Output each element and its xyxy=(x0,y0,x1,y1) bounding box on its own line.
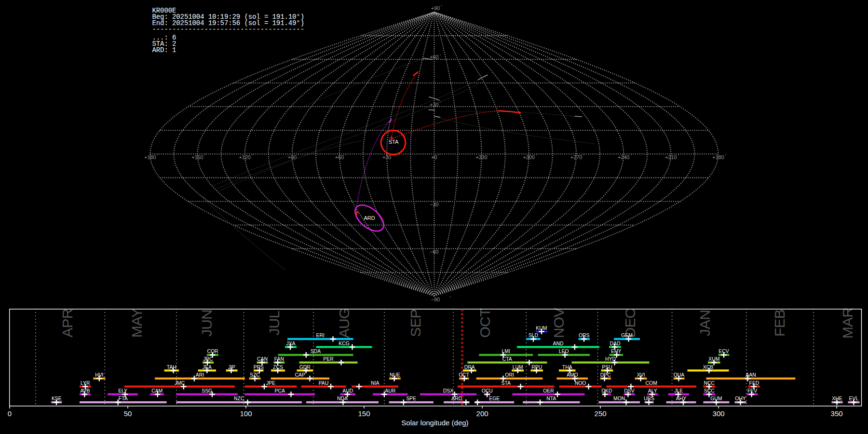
svg-text:LYR: LYR xyxy=(81,380,90,386)
svg-text:HVI: HVI xyxy=(95,372,103,378)
svg-text:+30: +30 xyxy=(382,154,391,160)
svg-text:ORS: ORS xyxy=(579,333,590,338)
svg-text:ZCS: ZCS xyxy=(273,365,283,370)
svg-text:OHY: OHY xyxy=(735,396,746,401)
svg-text:OER: OER xyxy=(543,388,554,393)
svg-text:+60: +60 xyxy=(335,154,344,160)
svg-text:XCB: XCB xyxy=(703,365,713,370)
svg-text:XHE: XHE xyxy=(832,396,842,401)
svg-text:°: ° xyxy=(678,153,679,158)
svg-text:KUM: KUM xyxy=(536,326,547,331)
svg-text:APR: APR xyxy=(59,309,75,337)
svg-text:KSE: KSE xyxy=(52,396,62,401)
svg-text:OCT: OCT xyxy=(459,372,470,378)
svg-text:DAD: DAD xyxy=(610,341,621,346)
svg-text:COR: COR xyxy=(207,349,218,354)
svg-text:AUG: AUG xyxy=(336,308,352,339)
svg-text:AMO: AMO xyxy=(567,372,578,378)
svg-text:EHY: EHY xyxy=(611,349,621,354)
svg-text:OCT: OCT xyxy=(477,308,493,338)
svg-text:STA: STA xyxy=(389,139,399,145)
svg-text:100: 100 xyxy=(240,409,252,418)
svg-text:PPS: PPS xyxy=(254,365,264,370)
svg-text:THA: THA xyxy=(562,365,572,370)
svg-text:JPE: JPE xyxy=(266,380,275,386)
svg-text:SCC: SCC xyxy=(704,388,715,393)
svg-text:°: ° xyxy=(583,153,584,158)
svg-text:XUM: XUM xyxy=(708,356,719,362)
svg-text:MAY: MAY xyxy=(129,308,145,338)
svg-text:°: ° xyxy=(298,153,299,158)
svg-text:JUL: JUL xyxy=(266,311,282,335)
svg-text:ARI: ARI xyxy=(196,372,204,378)
svg-text:SLD: SLD xyxy=(529,333,538,338)
svg-text:°: ° xyxy=(448,248,450,252)
svg-text:150: 150 xyxy=(358,409,370,418)
svg-text:FEV: FEV xyxy=(747,388,757,393)
svg-text:NIA: NIA xyxy=(371,380,379,386)
svg-text:FED: FED xyxy=(749,380,760,386)
svg-text:200: 200 xyxy=(476,409,488,418)
svg-text:°: ° xyxy=(440,54,441,58)
svg-text:PCA: PCA xyxy=(275,388,285,393)
svg-text:−30: −30 xyxy=(430,202,438,207)
svg-text:PSU: PSU xyxy=(602,365,612,370)
svg-text:°: ° xyxy=(157,153,159,158)
svg-text:GEM: GEM xyxy=(621,333,633,338)
svg-text:GDR: GDR xyxy=(299,365,311,370)
svg-text:ALY: ALY xyxy=(648,388,657,393)
svg-text:DPC: DPC xyxy=(600,372,611,378)
svg-text:+210: +210 xyxy=(665,154,677,160)
svg-text:JUN: JUN xyxy=(199,310,215,337)
svg-text:QUA: QUA xyxy=(674,372,685,378)
svg-text:JMC: JMC xyxy=(175,380,185,386)
svg-text:NZC: NZC xyxy=(234,396,244,401)
svg-text:°: ° xyxy=(488,153,490,158)
svg-text:DKD: DKD xyxy=(601,388,612,393)
svg-text:CAM: CAM xyxy=(151,388,163,393)
svg-text:SZC: SZC xyxy=(250,372,260,378)
svg-text:°: ° xyxy=(441,4,442,9)
svg-text:NOO: NOO xyxy=(575,380,586,386)
svg-text:ARD: 1: ARD: 1 xyxy=(152,46,176,54)
svg-text:MON: MON xyxy=(613,396,625,401)
svg-text:+270: +270 xyxy=(570,154,582,160)
svg-text:−60: −60 xyxy=(430,249,438,255)
svg-text:−90: −90 xyxy=(431,297,440,302)
svg-text:NUE: NUE xyxy=(390,372,400,378)
svg-text:ECV: ECV xyxy=(719,349,729,354)
svg-text:AUD: AUD xyxy=(342,388,353,393)
svg-text:DSX: DSX xyxy=(443,388,453,393)
svg-text:°: ° xyxy=(252,153,253,158)
svg-text:TAH: TAH xyxy=(167,365,176,370)
svg-text:350: 350 xyxy=(831,409,843,418)
svg-text:ARD: ARD xyxy=(451,396,462,401)
svg-text:CAP: CAP xyxy=(295,372,305,378)
svg-text:PAU: PAU xyxy=(319,380,329,386)
svg-text:°: ° xyxy=(204,153,206,158)
svg-text:NCC: NCC xyxy=(704,380,715,386)
svg-text:°: ° xyxy=(536,153,537,158)
svg-text:------------------------------: -------------------------------------- xyxy=(152,26,304,33)
svg-text:LUM: LUM xyxy=(513,365,523,370)
svg-text:+90: +90 xyxy=(431,5,440,11)
svg-text:JIP: JIP xyxy=(228,365,235,370)
svg-text:°: ° xyxy=(438,153,440,158)
svg-text:SEP: SEP xyxy=(407,309,423,337)
svg-text:PER: PER xyxy=(323,356,334,362)
svg-text:JEA: JEA xyxy=(203,365,212,370)
svg-text:+0: +0 xyxy=(431,154,437,160)
svg-text:+90: +90 xyxy=(288,154,297,160)
svg-text:URS: URS xyxy=(644,396,654,401)
svg-text:°: ° xyxy=(725,153,727,158)
svg-text:KCG: KCG xyxy=(339,341,350,346)
svg-text:+300: +300 xyxy=(523,154,535,160)
svg-text:50: 50 xyxy=(124,409,132,418)
svg-text:AND: AND xyxy=(553,341,564,346)
svg-text:AHY: AHY xyxy=(676,396,686,401)
svg-text:HYD: HYD xyxy=(605,356,616,362)
svg-text:CTA: CTA xyxy=(502,356,512,362)
svg-text:EVL: EVL xyxy=(849,396,859,401)
svg-text:SPE: SPE xyxy=(406,396,416,401)
svg-text:NOV: NOV xyxy=(551,308,567,338)
